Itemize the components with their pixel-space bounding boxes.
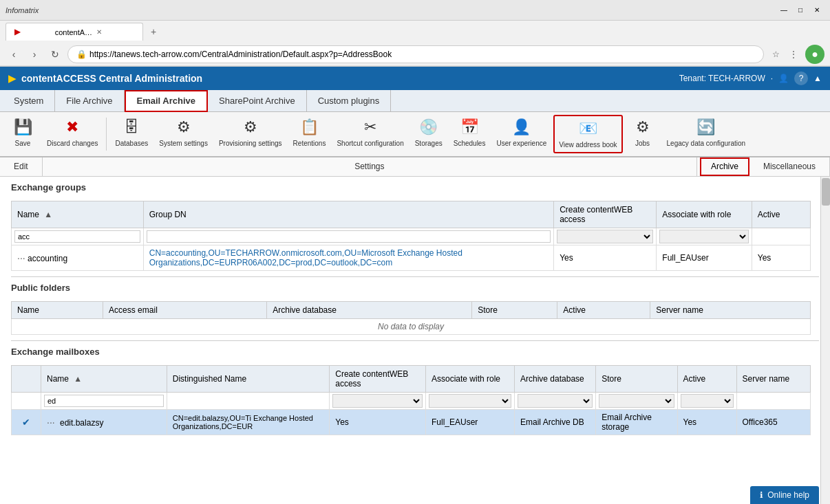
subbar-edit[interactable]: Edit	[0, 157, 43, 176]
databases-label: Databases	[115, 139, 148, 148]
view-address-book-button[interactable]: 📧 View address book	[553, 115, 622, 153]
th-eg-assoc-role[interactable]: Associate with role	[657, 201, 752, 228]
filter-eg-name[interactable]	[14, 230, 140, 243]
filter-eg-dn[interactable]	[147, 230, 551, 243]
th-em-name[interactable]: Name ▲	[41, 365, 167, 392]
filter-em-role-cell	[426, 392, 515, 409]
address-bar[interactable]: 🔒 https://tanews.tech-arrow.com/CentralA…	[67, 45, 764, 63]
exchange-mailboxes-table: Name ▲ Distinguished Name Create content…	[11, 365, 811, 435]
th-eg-group-dn[interactable]: Group DN	[143, 201, 553, 228]
th-pf-archive-db[interactable]: Archive database	[267, 301, 472, 318]
scrollbar[interactable]	[820, 177, 830, 504]
browser-settings-icon[interactable]: ⋮	[786, 47, 801, 62]
online-help-btn[interactable]: ℹ Online help	[750, 486, 819, 504]
storages-button[interactable]: 💿 Storages	[411, 115, 447, 151]
legacy-data-button[interactable]: 🔄 Legacy data configuration	[663, 115, 750, 151]
filter-eg-role-select[interactable]	[659, 230, 748, 243]
tab-email-archive[interactable]: Email Archive	[125, 90, 209, 112]
table-row[interactable]: ··· accounting CN=accounting,OU=TECHARRO…	[12, 245, 811, 270]
em-assoc-role-cell: Full_EAUser	[426, 409, 515, 435]
th-em-active[interactable]: Active	[677, 365, 736, 392]
subbar-settings[interactable]: Settings	[43, 157, 697, 176]
subbar-archive[interactable]: Archive	[700, 157, 749, 176]
scrollbar-thumb[interactable]	[822, 178, 830, 206]
extension-btn[interactable]: ●	[805, 45, 824, 64]
back-btn[interactable]: ‹	[6, 46, 22, 63]
address-book-icon: 📧	[579, 119, 597, 139]
app-title-text: contentACCESS Central Administration	[21, 73, 202, 84]
th-pf-active[interactable]: Active	[557, 301, 650, 318]
th-em-server[interactable]: Server name	[736, 365, 811, 392]
filter-em-store-select[interactable]	[599, 394, 674, 408]
em-active-cell: Yes	[677, 409, 736, 435]
discard-button[interactable]: ✖ Discard changes	[43, 115, 102, 151]
subbar-miscellaneous[interactable]: Miscellaneous	[749, 157, 830, 176]
eg-dn-link[interactable]: CN=accounting,OU=TECHARROW.onmicrosoft.c…	[149, 248, 462, 267]
th-em-assoc-role[interactable]: Associate with role	[426, 365, 515, 392]
user-experience-button[interactable]: 👤 User experience	[492, 115, 551, 151]
discard-label: Discard changes	[47, 139, 98, 148]
maximize-btn[interactable]: □	[793, 3, 808, 18]
th-pf-server[interactable]: Server name	[650, 301, 811, 318]
th-pf-store[interactable]: Store	[472, 301, 557, 318]
th-eg-active[interactable]: Active	[752, 201, 810, 228]
minimize-btn[interactable]: —	[776, 3, 791, 18]
tab-custom-plugins[interactable]: Custom plugins	[307, 90, 392, 112]
public-folders-section: Public folders Name Access email Archive…	[0, 277, 830, 340]
system-settings-label: System settings	[159, 139, 208, 148]
tab-sharepoint-archive[interactable]: SharePoint Archive	[208, 90, 307, 112]
eg-more-btn[interactable]: ···	[17, 252, 25, 263]
filter-eg-cw-cell	[554, 228, 657, 245]
tab-system[interactable]: System	[3, 90, 55, 112]
provisioning-icon: ⚙	[244, 118, 257, 138]
filter-em-active-select[interactable]	[681, 394, 734, 408]
jobs-label: Jobs	[635, 139, 650, 148]
tab-file-archive[interactable]: File Archive	[55, 90, 124, 112]
bookmark-icon[interactable]: ☆	[768, 47, 783, 62]
close-btn[interactable]: ✕	[809, 3, 824, 18]
th-eg-name[interactable]: Name ▲	[12, 201, 144, 228]
th-pf-name[interactable]: Name	[12, 301, 103, 318]
forward-btn[interactable]: ›	[26, 46, 43, 63]
browser-tab[interactable]: ▶ contentACCESS Central Adm... ✕	[6, 23, 143, 41]
filter-eg-cw-select[interactable]	[557, 230, 653, 243]
checkbox-checked-icon[interactable]: ✔	[22, 417, 30, 428]
url-text: https://tanews.tech-arrow.com/CentralAdm…	[89, 50, 392, 59]
schedules-button[interactable]: 📅 Schedules	[449, 115, 490, 151]
exchange-groups-table: Name ▲ Group DN Create contentWEB access…	[11, 201, 811, 271]
eg-cw-access-cell: Yes	[554, 245, 657, 270]
tab-close-btn[interactable]: ✕	[96, 28, 134, 36]
th-em-checkbox[interactable]	[12, 365, 41, 392]
system-settings-button[interactable]: ⚙ System settings	[155, 115, 212, 151]
databases-button[interactable]: 🗄 Databases	[111, 115, 152, 151]
th-em-cw-access[interactable]: Create contentWEB access	[330, 365, 426, 392]
user-icon[interactable]: 👤	[778, 74, 789, 83]
retentions-button[interactable]: 📋 Retentions	[289, 115, 330, 151]
th-eg-cw-access[interactable]: Create contentWEB access	[554, 201, 657, 228]
filter-em-role-select[interactable]	[429, 394, 511, 408]
th-em-archive-db[interactable]: Archive database	[515, 365, 596, 392]
filter-em-name[interactable]	[44, 395, 164, 407]
filter-em-check-cell	[12, 392, 41, 409]
th-pf-access-email[interactable]: Access email	[103, 301, 267, 318]
online-help-label: Online help	[767, 490, 809, 500]
shortcut-config-button[interactable]: ✂ Shortcut configuration	[332, 115, 407, 151]
save-button[interactable]: 💾 Save	[6, 115, 40, 151]
provisioning-settings-button[interactable]: ⚙ Provisioning settings	[215, 115, 286, 151]
em-more-btn[interactable]: ···	[47, 417, 55, 428]
filter-em-cw-select[interactable]	[332, 394, 423, 408]
th-em-store[interactable]: Store	[596, 365, 677, 392]
filter-em-archdb-select[interactable]	[518, 394, 593, 408]
new-tab-btn[interactable]: +	[146, 24, 161, 39]
th-em-dn[interactable]: Distinguished Name	[167, 365, 330, 392]
scroll-up-arrow[interactable]: ▲	[813, 74, 822, 83]
legacy-data-icon: 🔄	[696, 118, 715, 138]
favicon: ▶	[14, 28, 52, 36]
table-row[interactable]: ✔ ··· edit.balazsy CN=edit.balazsy,OU=Ti…	[12, 409, 811, 435]
schedules-label: Schedules	[454, 139, 486, 148]
refresh-btn[interactable]: ↻	[47, 46, 63, 63]
eg-dn-cell: CN=accounting,OU=TECHARROW.onmicrosoft.c…	[143, 245, 553, 270]
statusbar: ℹ Online help	[750, 486, 819, 504]
help-btn[interactable]: ?	[794, 72, 808, 85]
jobs-button[interactable]: ⚙ Jobs	[626, 115, 660, 151]
